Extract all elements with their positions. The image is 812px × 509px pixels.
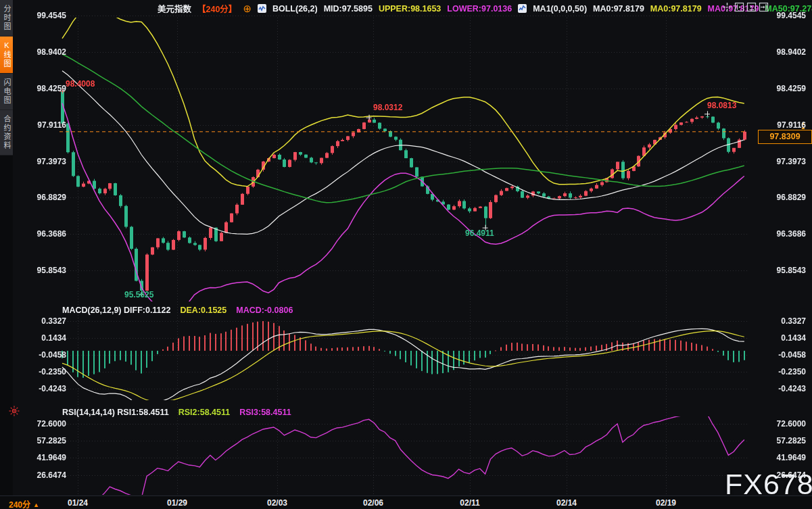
main-left-axis-label: 99.4545 xyxy=(16,10,66,21)
macd-title: MACD(26,12,9) DIFF:0.1122 xyxy=(62,306,170,315)
main-right-axis-label: 97.3973 xyxy=(753,156,806,167)
date-label: 01/29 xyxy=(167,498,187,508)
main-left-axis-label: 96.8829 xyxy=(16,192,66,203)
high-marker-3: 98.0813 xyxy=(707,101,736,110)
macd-value: MACD:-0.0806 xyxy=(236,306,293,315)
rsi-title: RSI(14,14,14) RSI1:58.4511 xyxy=(62,408,169,417)
rsi-legend: RSI(14,14,14) RSI1:58.4511 RSI2:58.4511 … xyxy=(62,408,291,417)
low-marker-2: 96.4911 xyxy=(465,228,494,238)
main-right-axis-label: 96.8829 xyxy=(753,192,806,203)
interval-selector[interactable]: 240分▲ xyxy=(9,498,39,509)
sidebar-item-contract-info[interactable]: 合约资料 xyxy=(0,110,13,155)
date-label: 01/24 xyxy=(68,498,88,508)
macd-left-axis-label: -0.2350 xyxy=(16,366,66,377)
rsi-left-axis-label: 72.6000 xyxy=(16,418,66,429)
main-left-axis-label: 95.8543 xyxy=(16,265,66,276)
main-left-axis-label: 97.9116 xyxy=(16,120,66,130)
boll-mid-value: MID:97.5895 xyxy=(324,4,373,14)
chart-canvas[interactable] xyxy=(0,0,812,509)
rsi-right-axis-label: 57.2825 xyxy=(753,435,806,446)
main-left-axis-label: 98.9402 xyxy=(16,47,66,57)
sidebar: 分时图K线图闪电图合约资料 xyxy=(0,0,13,495)
macd-right-axis-label: 0.3327 xyxy=(753,316,806,326)
ma-group-label: MA1(0,0,0,50) xyxy=(533,4,587,14)
time-axis-bar: 240分▲ 01/2401/2902/0302/0602/1102/1402/1… xyxy=(0,495,812,509)
fit-vertical-icon[interactable] xyxy=(734,2,744,12)
date-label: 02/11 xyxy=(460,498,479,508)
macd-right-axis-label: -0.2350 xyxy=(753,366,806,377)
rsi-right-axis-label: 26.6474 xyxy=(753,470,806,481)
rsi3-value: RSI3:58.4511 xyxy=(239,408,291,417)
crosshair-icon[interactable] xyxy=(722,2,732,12)
macd-left-axis-label: -0.0458 xyxy=(16,349,66,360)
date-label: 02/14 xyxy=(556,498,577,508)
main-right-axis-label: 99.4545 xyxy=(753,10,806,21)
date-label: 02/06 xyxy=(363,498,383,508)
rsi-right-axis-label: 72.6000 xyxy=(753,418,806,429)
macd-right-axis-label: -0.0458 xyxy=(753,349,806,360)
main-right-axis-label: 95.8543 xyxy=(753,265,806,276)
ma0-yellow-value: MA0:97.8179 xyxy=(650,4,702,14)
main-left-axis-label: 98.4259 xyxy=(16,83,66,94)
macd-left-axis-label: 0.1434 xyxy=(16,333,66,343)
last-price-badge: 97.8309 xyxy=(758,130,812,144)
boll-lower-value: LOWER:97.0136 xyxy=(447,4,512,14)
date-label: 02/03 xyxy=(267,498,287,508)
main-right-axis-label: 98.4259 xyxy=(753,83,806,94)
add-indicator-icon[interactable]: ⊕ xyxy=(243,3,252,14)
high-marker-1: 98.4008 xyxy=(66,79,95,89)
main-left-axis-label: 96.3686 xyxy=(16,228,66,239)
main-left-axis-label: 97.3973 xyxy=(16,156,66,167)
sidebar-item-kline-chart[interactable]: K线图 xyxy=(0,37,13,74)
boll-indicator-icon[interactable] xyxy=(258,4,266,13)
rsi2-value: RSI2:58.4511 xyxy=(178,408,230,417)
low-marker-1: 95.5625 xyxy=(124,290,153,299)
rsi-left-axis-label: 41.9649 xyxy=(16,452,66,463)
ma0-white-value: MA0:97.8179 xyxy=(593,4,644,14)
boll-label: BOLL(26,2) xyxy=(272,4,318,14)
macd-legend: MACD(26,12,9) DIFF:0.1122 DEA:0.1525 MAC… xyxy=(62,306,293,315)
interval-label[interactable]: 【240分】 xyxy=(197,2,237,15)
main-right-axis-label: 97.9116 xyxy=(753,120,806,130)
main-right-axis-label: 96.3686 xyxy=(753,228,806,239)
rsi-left-axis-label: 26.6474 xyxy=(16,470,66,481)
macd-dea-value: DEA:0.1525 xyxy=(180,306,226,315)
sidebar-item-tick-chart[interactable]: 闪电图 xyxy=(0,74,13,110)
macd-left-axis-label: -0.4243 xyxy=(16,383,66,394)
rsi-right-axis-label: 41.9649 xyxy=(753,452,806,463)
main-right-axis-label: 98.9402 xyxy=(753,47,806,57)
macd-right-axis-label: -0.4243 xyxy=(753,383,806,394)
sidebar-nav: 分时图K线图闪电图合约资料 xyxy=(0,0,13,155)
rsi-left-axis-label: 57.2825 xyxy=(16,435,66,446)
ma-indicator-icon[interactable] xyxy=(518,4,527,13)
boll-upper-value: UPPER:98.1653 xyxy=(379,4,441,14)
chart-header: 美元指数 【240分】 ⊕ BOLL(26,2) MID:97.5895 UPP… xyxy=(158,3,812,14)
macd-left-axis-label: 0.3327 xyxy=(16,316,66,326)
trading-app: 分时图K线图闪电图合约资料 美元指数 【240分】 ⊕ BOLL(26,2) M… xyxy=(0,0,812,509)
alert-dot-icon[interactable] xyxy=(9,406,20,419)
up-triangle-icon: ▲ xyxy=(33,502,39,508)
macd-right-axis-label: 0.1434 xyxy=(753,333,806,343)
symbol-title: 美元指数 xyxy=(158,2,191,15)
high-marker-2: 98.0312 xyxy=(373,103,402,112)
sidebar-item-time-chart[interactable]: 分时图 xyxy=(0,0,13,37)
date-label: 02/19 xyxy=(656,498,676,508)
